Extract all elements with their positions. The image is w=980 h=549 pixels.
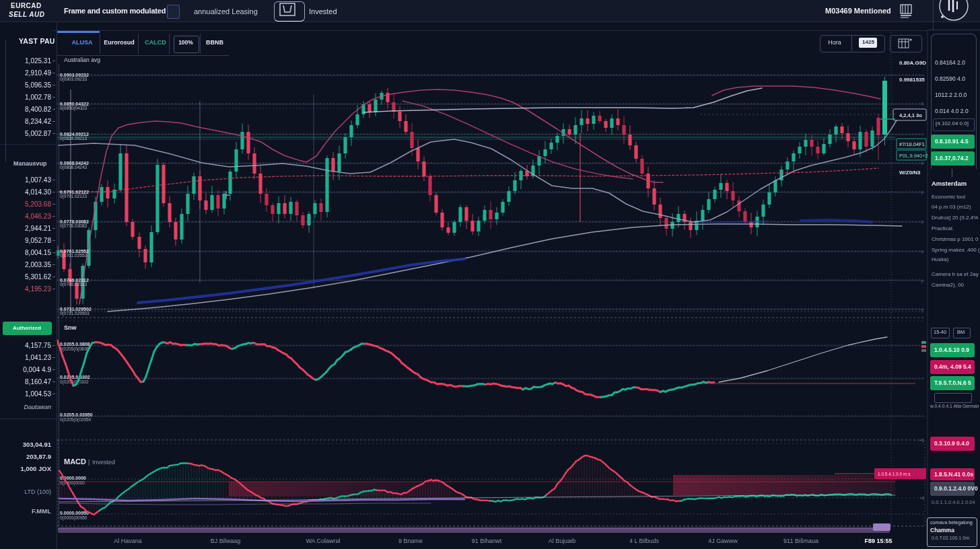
svg-text:W/Z0/N3: W/Z0/N3 xyxy=(899,170,921,176)
svg-text:0.80A.G9D: 0.80A.G9D xyxy=(899,60,926,66)
svg-text:0(0903.09233: 0(0903.09233 xyxy=(60,77,88,82)
svg-text:Al Havana: Al Havana xyxy=(114,538,142,544)
svg-text:0(0731.029503: 0(0731.029503 xyxy=(60,311,90,316)
svg-text:0(0000(0000: 0(0000(0000 xyxy=(60,480,85,486)
svg-text:0(0761.02553: 0(0761.02553 xyxy=(60,253,88,258)
svg-text:4J Gawww: 4J Gawww xyxy=(708,538,738,544)
svg-text:0(0205(0(0808: 0(0205(0(0808 xyxy=(60,346,89,352)
svg-text:91 Bihanwt: 91 Bihanwt xyxy=(472,538,502,544)
svg-text:9: 9 xyxy=(921,102,923,106)
svg-text:0(0791.02123: 0(0791.02123 xyxy=(60,194,88,199)
svg-text:9: 9 xyxy=(921,161,923,166)
svg-text:F89 15:55: F89 15:55 xyxy=(864,538,892,544)
svg-text:#7/18.04F1: #7/18.04F1 xyxy=(899,141,925,147)
svg-text:0(0205(0(03950: 0(0205(0(03950 xyxy=(60,417,92,423)
svg-text:0(0000(00950: 0(0000(00950 xyxy=(60,515,88,521)
svg-text:+9: +9 xyxy=(919,496,925,501)
svg-text:911 Bišmaua: 911 Bišmaua xyxy=(783,538,818,544)
svg-text:Al Bujuaib: Al Bujuaib xyxy=(549,538,576,544)
svg-text:+1: +1 xyxy=(919,438,925,443)
svg-text:BJ Bilwaag: BJ Bilwaag xyxy=(211,538,241,544)
svg-text:9: 9 xyxy=(921,279,923,284)
svg-text:WA Colawral: WA Colawral xyxy=(306,538,340,544)
svg-text:P0L,9.940+2: P0L,9.940+2 xyxy=(899,153,928,159)
svg-text:0(0824.09213: 0(0824.09213 xyxy=(60,136,88,141)
svg-text:0(0808.04243: 0(0808.04243 xyxy=(60,165,88,170)
svg-text:4 L Bilbuds: 4 L Bilbuds xyxy=(629,538,660,544)
svg-text:0(0205(0(0302: 0(0205(0(0302 xyxy=(60,379,89,385)
svg-text:9: 9 xyxy=(921,190,923,195)
svg-text:0.9981535: 0.9981535 xyxy=(899,77,925,83)
svg-text:4,2,4,1 3o: 4,2,4,1 3o xyxy=(899,112,922,118)
svg-text:9: 9 xyxy=(921,308,923,313)
svg-text:0(0778.03083: 0(0778.03083 xyxy=(60,223,88,229)
svg-text:Invested: Invested xyxy=(92,459,115,466)
svg-text:9 Bname: 9 Bname xyxy=(398,538,423,544)
svg-text:0(0850(04323: 0(0850(04323 xyxy=(60,106,88,111)
svg-text:1.0.5.4.1.0.0 m.s: 1.0.5.4.1.0.0 m.s xyxy=(878,472,911,476)
svg-text:Snw: Snw xyxy=(64,324,77,331)
svg-text:9: 9 xyxy=(921,250,923,254)
svg-text:0(0746.02313: 0(0746.02313 xyxy=(60,282,88,287)
svg-text:9: 9 xyxy=(921,220,923,225)
svg-text:MACD: MACD xyxy=(64,458,86,466)
svg-text:|: | xyxy=(88,459,90,466)
